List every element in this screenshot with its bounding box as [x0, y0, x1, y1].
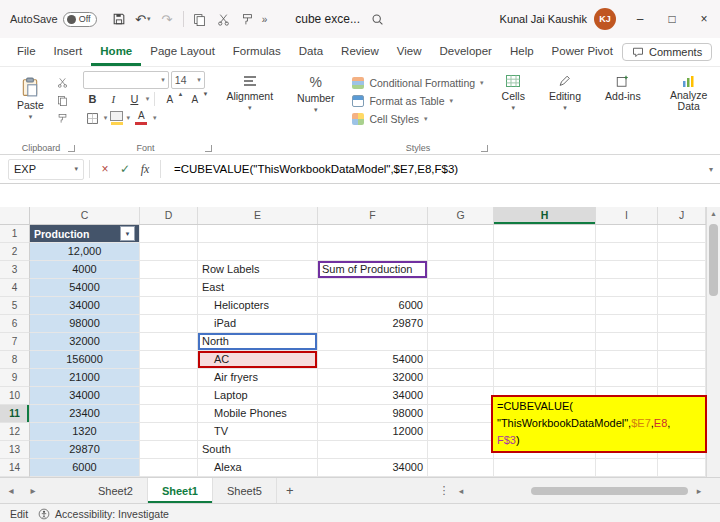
cell-D5[interactable]: [140, 297, 198, 315]
cell-G2[interactable]: [428, 243, 494, 261]
col-header-J[interactable]: J: [658, 207, 706, 224]
cell-F14[interactable]: 34000: [318, 459, 428, 477]
menu-tab-home[interactable]: Home: [91, 38, 141, 66]
row-header-7[interactable]: 7: [0, 333, 30, 351]
sheet-tab-sheet5[interactable]: Sheet5: [213, 478, 277, 503]
redo-icon[interactable]: ↷: [155, 7, 179, 31]
font-name-select[interactable]: ▾: [83, 71, 169, 89]
cell-G5[interactable]: [428, 297, 494, 315]
cell-H5[interactable]: [494, 297, 596, 315]
cell-J2[interactable]: [658, 243, 706, 261]
row-header-4[interactable]: 4: [0, 279, 30, 297]
cell-G10[interactable]: [428, 387, 494, 405]
menu-tab-developer[interactable]: Developer: [431, 38, 501, 66]
maximize-button[interactable]: □: [656, 0, 688, 38]
close-button[interactable]: ×: [688, 0, 720, 38]
cell-C7[interactable]: 32000: [30, 333, 140, 351]
cell-E12[interactable]: TV: [198, 423, 318, 441]
cell-F7[interactable]: [318, 333, 428, 351]
cell-D8[interactable]: [140, 351, 198, 369]
row-header-11[interactable]: 11: [0, 405, 30, 423]
copy-small-icon[interactable]: [54, 93, 71, 108]
quick-access-overflow-icon[interactable]: »: [262, 14, 268, 25]
row-header-14[interactable]: 14: [0, 459, 30, 477]
cell-C3[interactable]: 4000: [30, 261, 140, 279]
editing-cell-formula[interactable]: =CUBEVALUE( "ThisWorkbookDataModel",$E7,…: [491, 395, 707, 453]
cell-H9[interactable]: [494, 369, 596, 387]
menu-tab-review[interactable]: Review: [332, 38, 388, 66]
cell-J4[interactable]: [658, 279, 706, 297]
cell-E10[interactable]: Laptop: [198, 387, 318, 405]
cell-F11[interactable]: 98000: [318, 405, 428, 423]
cell-H14[interactable]: [494, 459, 596, 477]
menu-tab-view[interactable]: View: [388, 38, 431, 66]
cell-H3[interactable]: [494, 261, 596, 279]
cell-H8[interactable]: [494, 351, 596, 369]
autosave-switch[interactable]: Off: [63, 12, 97, 27]
cell-E14[interactable]: Alexa: [198, 459, 318, 477]
minimize-button[interactable]: –: [624, 0, 656, 38]
alignment-button[interactable]: Alignment ▾: [220, 71, 279, 115]
cell-G13[interactable]: [428, 441, 494, 459]
col-header-C[interactable]: C: [30, 207, 140, 224]
cell-I3[interactable]: [596, 261, 658, 279]
cell-F12[interactable]: 12000: [318, 423, 428, 441]
alignment-caret-icon[interactable]: ▾: [248, 104, 252, 112]
cell-E13[interactable]: South: [198, 441, 318, 459]
autosave-toggle[interactable]: AutoSave Off: [10, 12, 97, 27]
cell-D14[interactable]: [140, 459, 198, 477]
cell-E4[interactable]: East: [198, 279, 318, 297]
font-color-caret-icon[interactable]: ▾: [153, 114, 157, 122]
cell-I14[interactable]: [596, 459, 658, 477]
cell-J1[interactable]: [658, 225, 706, 243]
styles-dialog-launcher-icon[interactable]: [481, 145, 488, 152]
row-header-5[interactable]: 5: [0, 297, 30, 315]
format-painter-small-icon[interactable]: [54, 111, 71, 126]
col-header-D[interactable]: D: [140, 207, 198, 224]
cell-J5[interactable]: [658, 297, 706, 315]
cell-I6[interactable]: [596, 315, 658, 333]
clipboard-dialog-launcher-icon[interactable]: [68, 145, 75, 152]
accessibility-status[interactable]: Accessibility: Investigate: [38, 508, 169, 520]
cell-F1[interactable]: [318, 225, 428, 243]
paste-button[interactable]: Paste ▾: [11, 71, 50, 126]
menu-tab-page-layout[interactable]: Page Layout: [141, 38, 224, 66]
cell-C13[interactable]: 29870: [30, 441, 140, 459]
menu-tab-help[interactable]: Help: [501, 38, 543, 66]
cell-J3[interactable]: [658, 261, 706, 279]
row-header-6[interactable]: 6: [0, 315, 30, 333]
underline-button[interactable]: U: [125, 91, 144, 107]
sheet-tab-sheet2[interactable]: Sheet2: [84, 478, 148, 503]
decrease-font-icon[interactable]: A▼: [185, 91, 208, 107]
col-header-I[interactable]: I: [596, 207, 658, 224]
cell-G1[interactable]: [428, 225, 494, 243]
cell-H1[interactable]: [494, 225, 596, 243]
cell-D10[interactable]: [140, 387, 198, 405]
cell-F4[interactable]: [318, 279, 428, 297]
name-box-caret-icon[interactable]: ▾: [74, 165, 78, 173]
cell-I1[interactable]: [596, 225, 658, 243]
cell-C6[interactable]: 98000: [30, 315, 140, 333]
cell-E9[interactable]: Air fryers: [198, 369, 318, 387]
cells-caret-icon[interactable]: ▾: [512, 104, 516, 112]
fill-color-caret-icon[interactable]: ▾: [126, 114, 130, 122]
row-header-13[interactable]: 13: [0, 441, 30, 459]
cell-E7[interactable]: North: [198, 333, 318, 351]
cell-D6[interactable]: [140, 315, 198, 333]
sheet-nav-left-icon[interactable]: ◂: [0, 478, 22, 503]
cell-J6[interactable]: [658, 315, 706, 333]
cell-G14[interactable]: [428, 459, 494, 477]
cell-I4[interactable]: [596, 279, 658, 297]
cell-H2[interactable]: [494, 243, 596, 261]
cancel-icon[interactable]: ×: [95, 159, 115, 179]
borders-caret-icon[interactable]: ▾: [104, 114, 108, 122]
cell-F8[interactable]: 54000: [318, 351, 428, 369]
row-header-8[interactable]: 8: [0, 351, 30, 369]
cell-J8[interactable]: [658, 351, 706, 369]
row-header-3[interactable]: 3: [0, 261, 30, 279]
avatar[interactable]: KJ: [594, 8, 616, 30]
cell-styles-button[interactable]: Cell Styles ▾: [352, 110, 427, 127]
scroll-up-icon[interactable]: ▲: [707, 207, 720, 220]
number-button[interactable]: % Number ▾: [291, 71, 340, 117]
cell-D12[interactable]: [140, 423, 198, 441]
